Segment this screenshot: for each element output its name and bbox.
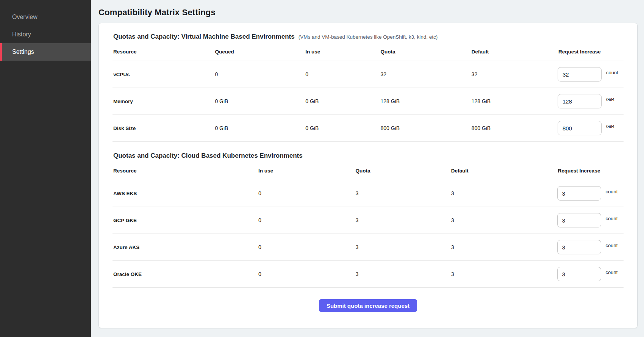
request-increase-cell: GiB [558,121,624,135]
request-increase-input-oracle-oke[interactable] [557,267,601,281]
request-increase-cell: count [557,240,624,254]
resource-name: Azure AKS [113,245,258,250]
default-value: 32 [471,71,558,77]
cloud-quota-table: Resource In use Quota Default Request In… [113,162,624,288]
quota-value: 3 [355,271,450,277]
default-value: 3 [450,244,557,250]
unit-label: count [606,270,618,275]
request-increase-cell: count [557,213,624,227]
default-value: 3 [450,271,557,277]
quota-value: 800 GiB [380,125,471,131]
column-header-default: Default [450,168,557,174]
in-use-value: 0 [258,244,355,250]
request-increase-cell: GiB [558,94,624,108]
table-row-oracle-oke: Oracle OKE 0 3 3 count [113,261,624,288]
sidebar-item-settings[interactable]: Settings [0,43,91,61]
column-header-resource: Resource [113,49,214,55]
resource-name: vCPUs [113,72,214,77]
queued-value: 0 [214,71,305,77]
submit-quota-increase-button[interactable]: Submit quota increase request [319,299,417,312]
queued-value: 0 GiB [214,98,305,104]
default-value: 128 GiB [471,98,558,104]
active-indicator [0,43,2,61]
quota-value: 3 [355,217,450,223]
vm-table-header: Resource Queued In use Quota Default Req… [113,43,624,61]
unit-label: GiB [606,124,614,129]
request-increase-input-azure-aks[interactable] [557,240,601,254]
column-header-resource: Resource [113,168,258,174]
default-value: 3 [450,190,557,196]
quota-value: 3 [355,190,450,196]
unit-label: count [606,216,618,221]
column-header-quota: Quota [355,168,450,174]
page-title: Compatibility Matrix Settings [98,8,638,17]
request-increase-cell: count [557,267,624,281]
request-increase-input-disk-size[interactable] [558,121,602,135]
request-increase-input-memory[interactable] [558,94,602,108]
quota-settings-card: Quotas and Capacity: Virtual Machine Bas… [98,23,638,328]
queued-value: 0 GiB [214,125,305,131]
resource-name: Oracle OKE [113,271,258,277]
sidebar-item-label: Overview [12,14,38,20]
in-use-value: 0 GiB [305,98,380,104]
in-use-value: 0 [258,190,355,196]
unit-label: GiB [606,97,614,102]
column-header-queued: Queued [214,49,305,55]
request-increase-cell: count [557,186,624,201]
table-row-gcp-gke: GCP GKE 0 3 3 count [113,207,624,234]
resource-name: Memory [113,99,214,104]
request-increase-cell: count [558,67,624,82]
card-footer: Submit quota increase request [113,288,624,315]
quota-value: 128 GiB [380,98,471,104]
table-row-azure-aks: Azure AKS 0 3 3 count [113,234,624,261]
sidebar-item-overview[interactable]: Overview [0,8,91,26]
table-row-disk-size: Disk Size 0 GiB 0 GiB 800 GiB 800 GiB Gi… [113,115,624,142]
sidebar: Overview History Settings [0,0,91,337]
column-header-in-use: In use [305,49,380,55]
quota-value: 3 [355,244,450,250]
app-window: Overview History Settings Compatibility … [0,0,644,337]
in-use-value: 0 [258,217,355,223]
main-content: Compatibility Matrix Settings Quotas and… [91,0,644,337]
column-header-default: Default [471,49,558,55]
column-header-quota: Quota [380,49,471,55]
column-header-request-increase: Request Increase [558,49,624,55]
in-use-value: 0 GiB [305,125,380,131]
vm-section-note: (VMs and VM-based Kubernetes like OpenSh… [299,34,438,40]
resource-name: GCP GKE [113,218,258,223]
request-increase-input-gcp-gke[interactable] [557,213,601,227]
request-increase-input-vcpus[interactable] [558,67,602,82]
column-header-request-increase: Request Increase [557,168,624,174]
cloud-section-title: Quotas and Capacity: Cloud Based Kuberne… [113,152,303,160]
column-header-in-use: In use [258,168,355,174]
in-use-value: 0 [258,271,355,277]
vm-section-heading: Quotas and Capacity: Virtual Machine Bas… [113,33,624,41]
quota-value: 32 [380,71,471,77]
default-value: 3 [450,217,557,223]
vm-section-title: Quotas and Capacity: Virtual Machine Bas… [113,33,295,41]
sidebar-item-history[interactable]: History [0,26,91,43]
cloud-section-heading: Quotas and Capacity: Cloud Based Kuberne… [113,152,624,160]
unit-label: count [606,189,618,194]
table-row-vcpus: vCPUs 0 0 32 32 count [113,61,624,88]
cloud-table-header: Resource In use Quota Default Request In… [113,162,624,180]
table-row-memory: Memory 0 GiB 0 GiB 128 GiB 128 GiB GiB [113,88,624,115]
unit-label: count [606,243,618,248]
default-value: 800 GiB [471,125,558,131]
resource-name: Disk Size [113,125,214,131]
resource-name: AWS EKS [113,191,258,196]
request-increase-input-aws-eks[interactable] [557,186,601,201]
vm-quota-table: Resource Queued In use Quota Default Req… [113,43,624,142]
in-use-value: 0 [305,71,380,77]
unit-label: count [606,70,618,75]
table-row-aws-eks: AWS EKS 0 3 3 count [113,180,624,207]
sidebar-item-label: History [12,31,31,38]
sidebar-item-label: Settings [12,49,34,55]
